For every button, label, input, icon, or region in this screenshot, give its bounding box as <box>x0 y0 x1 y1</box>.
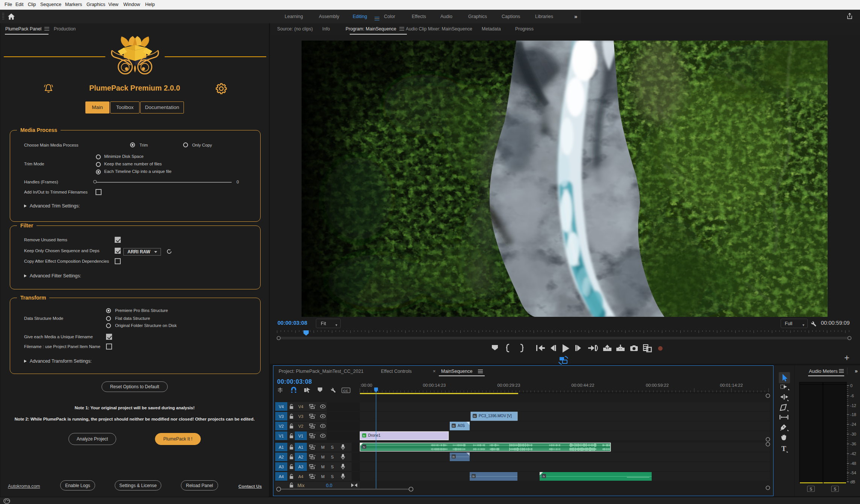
svg-text:Drone1: Drone1 <box>368 433 381 437</box>
svg-text:-36: -36 <box>850 442 856 446</box>
svg-text:V2: V2 <box>279 424 284 428</box>
svg-text:S: S <box>331 455 334 459</box>
svg-text:A1: A1 <box>279 445 284 450</box>
svg-text:A3: A3 <box>279 465 284 469</box>
svg-text:A4: A4 <box>298 474 303 479</box>
svg-text:Effect Controls: Effect Controls <box>381 369 412 374</box>
svg-text:0.0: 0.0 <box>326 483 332 488</box>
svg-text:fx: fx <box>363 434 366 437</box>
svg-text:-6: -6 <box>850 394 854 398</box>
svg-text:00:00:29:23: 00:00:29:23 <box>497 383 520 387</box>
svg-text:fx: fx <box>452 455 455 459</box>
svg-text:-42: -42 <box>850 451 856 456</box>
svg-text:×: × <box>433 368 436 374</box>
svg-text:PC3_1396.MOV [V]: PC3_1396.MOV [V] <box>479 414 512 418</box>
svg-text:fx: fx <box>472 475 475 478</box>
svg-text:Project: PlumePack_MainTest_CC: Project: PlumePack_MainTest_CC_2021 <box>279 369 364 374</box>
svg-text:fx: fx <box>363 445 366 449</box>
svg-text:S: S <box>331 465 334 469</box>
svg-text:V3: V3 <box>279 414 284 419</box>
svg-text:M: M <box>321 445 325 450</box>
svg-text:V3: V3 <box>298 414 303 419</box>
svg-text:00:00:03:08: 00:00:03:08 <box>277 378 312 385</box>
svg-text:S: S <box>331 474 334 479</box>
svg-text:-48: -48 <box>850 461 856 466</box>
svg-text:A1: A1 <box>298 445 303 450</box>
svg-text:M: M <box>321 474 325 479</box>
svg-text:V4: V4 <box>279 404 284 409</box>
svg-text:dB: dB <box>850 480 855 484</box>
svg-text:A3: A3 <box>298 465 303 469</box>
svg-text:MainSequence: MainSequence <box>441 369 472 374</box>
svg-text:-30: -30 <box>850 432 856 436</box>
svg-text:-54: -54 <box>850 471 856 475</box>
svg-text:S: S <box>834 487 836 491</box>
svg-text:A2: A2 <box>298 455 303 459</box>
svg-text:00:00:14:23: 00:00:14:23 <box>423 383 446 387</box>
svg-text:00:01:14:22: 00:01:14:22 <box>720 383 743 387</box>
svg-text::00:00: :00:00 <box>360 383 372 387</box>
svg-text:Audio Meters: Audio Meters <box>809 368 838 374</box>
svg-text:-18: -18 <box>850 412 856 417</box>
svg-text:CC: CC <box>343 389 349 393</box>
svg-text:S: S <box>810 487 812 491</box>
svg-text:fx: fx <box>452 424 455 428</box>
svg-text:A4: A4 <box>279 474 284 479</box>
svg-text:fx: fx <box>543 475 545 478</box>
svg-text:00:00:59:22: 00:00:59:22 <box>646 383 669 387</box>
svg-text:Mix: Mix <box>297 483 305 488</box>
svg-text:0: 0 <box>850 383 852 388</box>
svg-text:A0S: A0S <box>458 424 465 428</box>
svg-text:T: T <box>781 445 786 453</box>
svg-text:V1: V1 <box>298 434 303 438</box>
svg-text:V2: V2 <box>298 424 303 428</box>
svg-text:M: M <box>321 455 325 459</box>
svg-text:S: S <box>331 445 334 450</box>
svg-text:A2: A2 <box>279 455 284 459</box>
svg-text:-24: -24 <box>850 422 856 427</box>
svg-text:»: » <box>855 368 858 374</box>
svg-text:-12: -12 <box>850 403 856 408</box>
svg-text:00:00:44:22: 00:00:44:22 <box>572 383 595 387</box>
svg-text:V4: V4 <box>298 404 303 409</box>
svg-text:M: M <box>321 465 325 469</box>
svg-text:fx: fx <box>473 415 476 418</box>
svg-text:V1: V1 <box>279 434 284 438</box>
